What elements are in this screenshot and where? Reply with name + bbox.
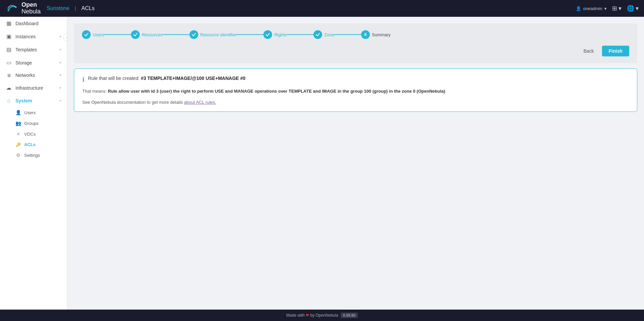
dashboard-icon: ▦: [5, 20, 12, 27]
app-name: Sunstone: [47, 5, 70, 11]
topnav-separator: |: [75, 6, 76, 11]
step-resources: Resources: [131, 30, 163, 39]
sidebar-subitem-users[interactable]: 👤 Users: [0, 107, 67, 118]
brand-text: OpenNebula: [22, 2, 41, 15]
networks-expand-icon: +: [59, 73, 61, 78]
main-layout: ‹ ▦ Dashboard ▣ Instances + ▤ Templates …: [0, 17, 644, 310]
step-users: Users: [82, 30, 104, 39]
step-label-users: Users: [93, 32, 104, 37]
sidebar-item-label: System: [15, 98, 56, 103]
step-label-rights: Rights: [274, 32, 287, 37]
user-avatar-icon: 👤: [576, 6, 581, 11]
instances-expand-icon: +: [59, 34, 61, 39]
topnav-right: 👤 oneadmin ▾ ⊞ ▾ 🌐 ▾: [576, 5, 639, 12]
globe-chevron-icon: ▾: [636, 5, 639, 12]
step-circle-resource-identifier: [189, 30, 198, 39]
step-circle-summary: 6: [361, 30, 370, 39]
checkmark-icon: [84, 32, 89, 37]
sidebar-subitem-label: Groups: [24, 121, 39, 126]
means-description: Rule allow user with id 3 (user) the rig…: [108, 89, 445, 94]
groups-icon: 👥: [15, 121, 21, 126]
sidebar-item-label: Storage: [15, 60, 56, 65]
svg-point-2: [7, 9, 9, 11]
templates-expand-icon: +: [59, 47, 61, 52]
sidebar-item-label: Networks: [15, 73, 56, 78]
acls-icon: 🔑: [15, 142, 21, 147]
sidebar-item-label: Dashboard: [15, 21, 61, 26]
step-connector-2: [163, 34, 189, 35]
sidebar-subitem-vdcs[interactable]: ≡ VDCs: [0, 129, 67, 139]
topnav: OpenNebula Sunstone | ACLs 👤 oneadmin ▾ …: [0, 0, 644, 17]
step-summary: 6 Summary: [361, 30, 391, 39]
system-expand-icon: −: [59, 98, 61, 103]
step-label-resource-identifier: Resource identifier: [200, 32, 237, 37]
vdcs-icon: ≡: [15, 131, 21, 137]
step-circle-resources: [131, 30, 140, 39]
step-connector-5: [334, 34, 361, 35]
sidebar-subitem-groups[interactable]: 👥 Groups: [0, 118, 67, 129]
back-button[interactable]: Back: [579, 46, 599, 56]
sidebar-subitem-settings[interactable]: ⚙ Settings: [0, 150, 67, 160]
finish-button[interactable]: Finish: [602, 46, 629, 56]
networks-icon: 🖥: [5, 73, 12, 78]
acl-docs-link[interactable]: about ACL rules.: [184, 100, 216, 105]
sidebar: ‹ ▦ Dashboard ▣ Instances + ▤ Templates …: [0, 17, 67, 310]
brand-title: OpenNebula: [22, 2, 41, 15]
footer: Made with ❤ by OpenNebula 6.99.80: [0, 310, 644, 321]
step-label-summary: Summary: [372, 32, 391, 37]
checkmark-icon: [265, 32, 270, 37]
grid-chevron-icon: ▾: [618, 5, 621, 12]
topnav-user[interactable]: 👤 oneadmin ▾: [576, 6, 607, 11]
means-text: That means: Rule allow user with id 3 (u…: [82, 88, 629, 95]
topnav-left: OpenNebula Sunstone | ACLs: [5, 2, 94, 15]
wizard-actions: Back Finish: [82, 46, 629, 56]
step-rights: Rights: [263, 30, 287, 39]
sidebar-subitem-label: Settings: [24, 153, 40, 158]
sidebar-item-networks[interactable]: 🖥 Networks +: [0, 69, 67, 81]
checkmark-icon: [133, 32, 138, 37]
grid-menu-button[interactable]: ⊞ ▾: [612, 5, 621, 12]
info-card: ℹ Rule that will be created: #3 TEMPLATE…: [74, 68, 637, 112]
sidebar-item-dashboard[interactable]: ▦ Dashboard: [0, 17, 67, 30]
checkmark-icon: [191, 32, 196, 37]
user-chevron-icon: ▾: [604, 6, 607, 11]
globe-icon: 🌐: [627, 5, 634, 12]
sidebar-item-system[interactable]: ⌂ System −: [0, 94, 67, 107]
sidebar-item-infrastructure[interactable]: ☁ Infrastructure +: [0, 81, 67, 94]
sidebar-item-instances[interactable]: ▣ Instances +: [0, 30, 67, 43]
stepper: Users Resources Resource identifier: [82, 30, 629, 39]
sidebar-item-label: Instances: [15, 34, 56, 39]
footer-by: by OpenNebula: [310, 313, 338, 318]
step-connector-4: [287, 34, 313, 35]
infrastructure-icon: ☁: [5, 85, 12, 91]
doc-text: See OpenNebula documentation to get more…: [82, 100, 629, 105]
step-number-summary: 6: [364, 32, 367, 37]
sidebar-item-templates[interactable]: ▤ Templates +: [0, 43, 67, 56]
users-icon: 👤: [15, 110, 21, 115]
sidebar-item-label: Templates: [15, 47, 56, 52]
step-resource-identifier: Resource identifier: [189, 30, 237, 39]
step-circle-users: [82, 30, 91, 39]
system-icon: ⌂: [5, 98, 12, 104]
step-circle-rights: [263, 30, 272, 39]
info-card-header: ℹ Rule that will be created: #3 TEMPLATE…: [82, 76, 629, 83]
doc-prefix: See OpenNebula documentation to get more…: [82, 100, 183, 105]
settings-icon: ⚙: [15, 152, 21, 158]
sidebar-subitem-label: ACLs: [24, 142, 36, 147]
sidebar-subitem-label: Users: [24, 110, 36, 115]
means-prefix: That means:: [82, 89, 106, 94]
checkmark-icon: [315, 32, 320, 37]
sidebar-item-storage[interactable]: ▭ Storage +: [0, 56, 67, 69]
sidebar-subitem-acls[interactable]: 🔑 ACLs: [0, 139, 67, 150]
footer-version: 6.99.80: [341, 313, 358, 318]
language-button[interactable]: 🌐 ▾: [627, 5, 639, 12]
info-circle-icon: ℹ: [82, 76, 85, 83]
rule-prefix: Rule that will be created:: [88, 76, 139, 81]
step-circle-zone: [313, 30, 322, 39]
sidebar-subitem-label: VDCs: [24, 132, 36, 137]
step-connector-1: [104, 34, 131, 35]
footer-made-with: Made with: [286, 313, 305, 318]
topnav-username: oneadmin: [583, 6, 602, 11]
templates-icon: ▤: [5, 46, 12, 53]
topnav-page: ACLs: [81, 5, 94, 11]
